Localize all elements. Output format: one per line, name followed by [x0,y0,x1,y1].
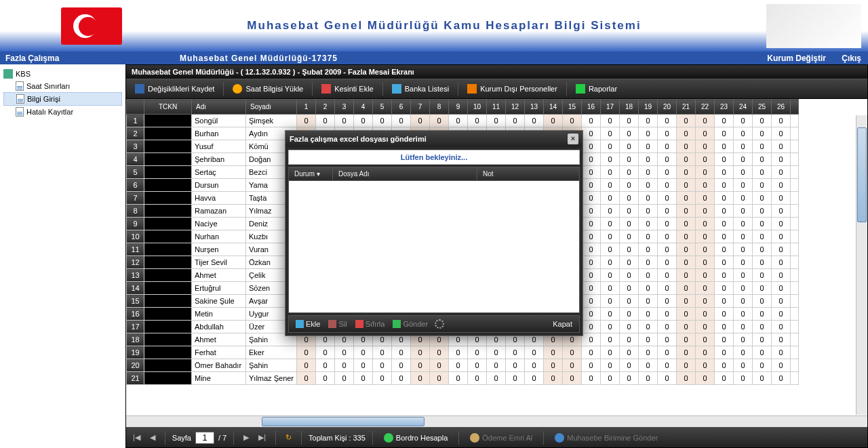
day-cell[interactable]: 0 [696,308,715,321]
day-cell[interactable]: 0 [468,115,487,127]
last-page-button[interactable]: ▶| [256,432,269,443]
day-cell[interactable]: 0 [373,115,392,127]
logout-link[interactable]: Çıkış [842,54,861,63]
day-cell[interactable]: 0 [468,346,487,359]
day-cell[interactable]: 0 [715,140,734,153]
day-cell[interactable]: 0 [753,346,772,359]
day-cell[interactable]: 0 [639,243,658,256]
day-cell[interactable]: 0 [715,115,734,127]
day-cell[interactable]: 0 [772,256,791,269]
day-cell[interactable]: 0 [601,333,620,346]
day-cell[interactable]: 0 [392,346,411,359]
day-cell[interactable]: 0 [772,230,791,243]
day-cell[interactable]: 0 [677,192,696,205]
day-cell[interactable]: 0 [772,295,791,308]
day-cell[interactable]: 0 [639,218,658,230]
day-cell[interactable]: 0 [696,218,715,230]
send-button[interactable]: Gönder [389,319,432,329]
day-cell[interactable]: 0 [525,346,544,359]
day-cell[interactable]: 0 [506,359,525,372]
day-cell[interactable]: 0 [639,205,658,218]
day-cell[interactable]: 0 [696,115,715,127]
day-cell[interactable]: 0 [753,256,772,269]
day-cell[interactable]: 0 [753,295,772,308]
day-cell[interactable]: 0 [639,269,658,282]
day-cell[interactable]: 0 [468,372,487,385]
day-cell[interactable]: 0 [658,256,677,269]
sidebar-item[interactable]: Saat Sınırları [3,80,122,92]
day-cell[interactable]: 0 [582,359,601,372]
day-cell[interactable]: 0 [582,127,601,140]
day-cell[interactable]: 0 [639,192,658,205]
day-cell[interactable]: 0 [582,372,601,385]
day-cell[interactable]: 0 [582,115,601,127]
col-filename[interactable]: Dosya Adı [333,167,477,180]
day-cell[interactable]: 0 [392,372,411,385]
table-row[interactable]: 201Ömer BahadırŞahin00000000000000000000… [127,359,799,372]
day-cell[interactable]: 0 [772,359,791,372]
day-cell[interactable]: 0 [715,127,734,140]
day-cell[interactable]: 0 [411,359,430,372]
day-cell[interactable]: 0 [677,127,696,140]
day-cell[interactable]: 0 [620,166,639,179]
day-cell[interactable]: 0 [582,140,601,153]
day-cell[interactable]: 0 [772,192,791,205]
day-cell[interactable]: 0 [696,166,715,179]
col-status[interactable]: Durum ▾ [289,167,333,180]
day-cell[interactable]: 0 [639,359,658,372]
day-cell[interactable]: 0 [354,346,373,359]
day-cell[interactable]: 0 [658,218,677,230]
day-cell[interactable]: 0 [582,256,601,269]
day-cell[interactable]: 0 [582,282,601,295]
day-cell[interactable]: 0 [677,140,696,153]
day-cell[interactable]: 0 [601,243,620,256]
day-cell[interactable]: 0 [734,127,753,140]
day-cell[interactable]: 0 [601,282,620,295]
day-cell[interactable]: 0 [772,333,791,346]
day-cell[interactable]: 0 [715,153,734,166]
day-cell[interactable]: 0 [563,372,582,385]
calculate-payroll-button[interactable]: Bordro Hesapla [380,432,452,444]
day-cell[interactable]: 0 [734,346,753,359]
day-cell[interactable]: 0 [316,372,335,385]
day-cell[interactable]: 0 [658,282,677,295]
day-cell[interactable]: 0 [677,346,696,359]
day-cell[interactable]: 0 [753,243,772,256]
day-cell[interactable]: 0 [715,243,734,256]
day-cell[interactable]: 0 [601,230,620,243]
close-icon[interactable]: × [568,134,578,144]
day-cell[interactable]: 0 [582,192,601,205]
day-cell[interactable]: 0 [734,282,753,295]
day-cell[interactable]: 0 [297,115,316,127]
day-cell[interactable]: 0 [696,282,715,295]
day-cell[interactable]: 0 [734,269,753,282]
day-cell[interactable]: 0 [582,333,601,346]
day-cell[interactable]: 0 [582,346,601,359]
day-cell[interactable]: 0 [639,308,658,321]
day-cell[interactable]: 0 [411,346,430,359]
table-row[interactable]: 211MineYılmaz Şener000000000000000000000… [127,372,799,385]
day-cell[interactable]: 0 [772,282,791,295]
day-cell[interactable]: 0 [658,115,677,127]
day-cell[interactable]: 0 [392,115,411,127]
day-cell[interactable]: 0 [639,230,658,243]
day-cell[interactable]: 0 [639,179,658,192]
day-cell[interactable]: 0 [753,308,772,321]
day-cell[interactable]: 0 [734,140,753,153]
day-cell[interactable]: 0 [506,372,525,385]
day-cell[interactable]: 0 [658,372,677,385]
day-cell[interactable]: 0 [639,127,658,140]
dialog-titlebar[interactable]: Fazla çalışma excel dosyası gönderimi × [285,131,583,147]
day-cell[interactable]: 0 [772,153,791,166]
day-cell[interactable]: 0 [734,243,753,256]
day-cell[interactable]: 0 [544,346,563,359]
day-cell[interactable]: 0 [582,153,601,166]
day-cell[interactable]: 0 [601,115,620,127]
day-cell[interactable]: 0 [715,192,734,205]
day-cell[interactable]: 0 [601,321,620,333]
day-cell[interactable]: 0 [658,179,677,192]
horizontal-scrollbar[interactable] [126,415,867,427]
day-cell[interactable]: 0 [753,282,772,295]
day-cell[interactable]: 0 [696,372,715,385]
day-cell[interactable]: 0 [772,115,791,127]
